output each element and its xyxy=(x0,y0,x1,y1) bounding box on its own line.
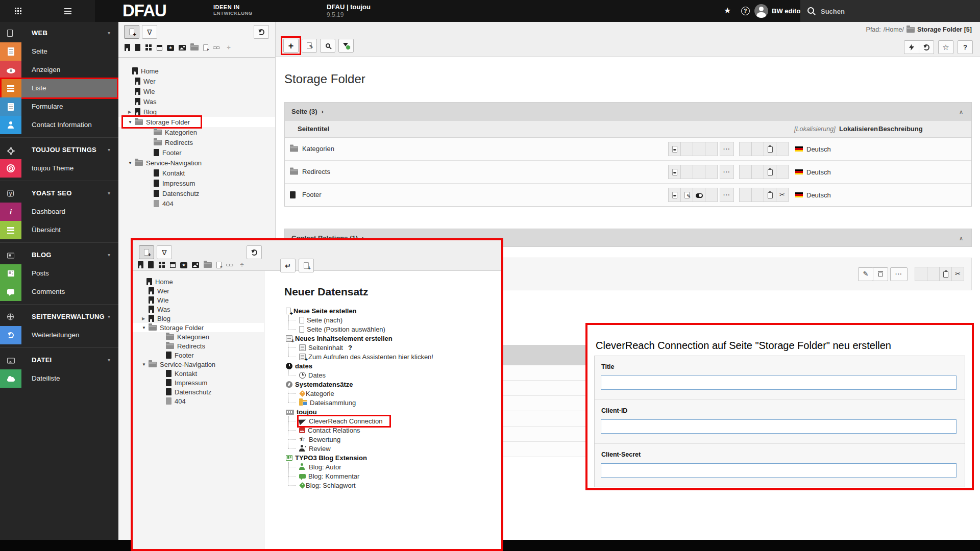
pagetype-media-icon[interactable] xyxy=(179,45,186,51)
seite-table-header[interactable]: Seite (3)› ∧ xyxy=(285,103,971,121)
clear-cache-button[interactable] xyxy=(338,39,354,53)
copy-button[interactable] xyxy=(764,188,776,202)
record-group-row[interactable]: dates xyxy=(286,361,438,370)
page-tree-item[interactable]: Blog xyxy=(133,314,264,323)
tree-expander-icon[interactable] xyxy=(128,120,135,124)
record-type-row[interactable]: Blog: Kommentar xyxy=(286,471,438,481)
page-tree-item[interactable]: Wer xyxy=(118,76,275,86)
pagetype-doc-icon[interactable] xyxy=(148,261,154,268)
record-type-label[interactable]: Seite (Position auswählen) xyxy=(307,325,385,333)
edit-button[interactable] xyxy=(680,188,693,202)
module-section-header[interactable]: YOAST SEO ▾ xyxy=(0,184,118,203)
record-type-row[interactable]: Review xyxy=(286,444,438,453)
hide-button[interactable] xyxy=(668,188,681,202)
page-tree-item[interactable]: Impressum xyxy=(133,378,264,387)
record-type-label[interactable]: Blog: Kommentar xyxy=(308,472,359,480)
record-type-row[interactable]: Kategorie xyxy=(286,389,438,398)
module-menu-item[interactable]: Posts xyxy=(0,264,118,283)
module-menu-item[interactable]: Anzeigen xyxy=(0,61,118,79)
pagetype-doc-icon[interactable] xyxy=(135,44,140,51)
pagetype-mountpoint-icon[interactable] xyxy=(157,45,162,51)
record-group-row[interactable]: Neues Inhaltselement erstellen xyxy=(286,334,438,343)
view-webpage-button[interactable] xyxy=(904,40,919,54)
record-type-label[interactable]: Dateisammlung xyxy=(310,399,356,407)
module-section-header[interactable]: DATEI ▾ xyxy=(0,351,118,369)
record-type-row[interactable]: Seite (Position auswählen) xyxy=(286,324,438,334)
tree-expander-icon[interactable] xyxy=(128,161,135,165)
page-tree-item[interactable]: Datenschutz xyxy=(133,387,264,396)
cut-button[interactable] xyxy=(951,267,964,281)
row-title-link[interactable]: Footer xyxy=(302,184,322,206)
page-tree-item[interactable]: Service-Navigation xyxy=(118,158,275,168)
collapse-icon[interactable]: ∧ xyxy=(959,103,963,121)
tree-item-label[interactable]: Blog xyxy=(157,315,170,322)
module-section-header[interactable]: SEITENVERWALTUNG ▾ xyxy=(0,308,118,326)
tree-expander-icon[interactable] xyxy=(142,325,149,330)
more-options-button[interactable] xyxy=(890,267,908,281)
page-tree-item[interactable]: Was xyxy=(118,96,275,107)
module-menu-item[interactable]: Weiterleitungen xyxy=(0,326,118,344)
record-type-label[interactable]: Seite (nach) xyxy=(307,316,342,324)
page-tree-item[interactable]: Kontakt xyxy=(118,168,275,178)
page-tree-item[interactable]: Home xyxy=(133,277,264,286)
record-group-row[interactable]: toujou xyxy=(286,407,438,416)
add-bookmark-button[interactable] xyxy=(938,40,953,54)
module-menu-item[interactable]: Übersicht xyxy=(0,221,118,239)
record-type-row[interactable]: Dateisammlung xyxy=(286,398,438,407)
record-group-label[interactable]: toujou xyxy=(297,408,317,416)
bookmark-button[interactable] xyxy=(720,3,735,18)
page-tree-item[interactable]: Kategorien xyxy=(118,127,275,137)
search-input[interactable] xyxy=(820,5,970,17)
tree-item-label[interactable]: Footer xyxy=(175,352,194,359)
tree-item-label[interactable]: Blog xyxy=(143,108,157,116)
tree-expander-icon[interactable] xyxy=(142,316,149,321)
pagetype-spacer-icon[interactable] xyxy=(167,45,174,51)
tree-item-label[interactable]: Was xyxy=(157,306,170,313)
toggle-button[interactable] xyxy=(693,165,705,179)
delete-record-button[interactable] xyxy=(873,267,888,281)
help-button[interactable] xyxy=(738,3,753,18)
record-type-label[interactable]: Zum Aufrufen des Assistenten hier klicke… xyxy=(308,353,433,361)
copy-button[interactable] xyxy=(764,142,776,156)
tree-item-label[interactable]: Footer xyxy=(162,149,182,157)
help-marker[interactable]: ? xyxy=(348,344,352,352)
tree-item-label[interactable]: Storage Folder xyxy=(146,118,190,126)
edit-button[interactable] xyxy=(680,165,693,179)
tree-item-label[interactable]: Datenschutz xyxy=(175,388,211,396)
record-group-row[interactable]: TYPO3 Blog Extension xyxy=(286,453,438,462)
cut-button[interactable] xyxy=(776,165,789,179)
refresh-tree-button[interactable] xyxy=(247,245,262,259)
refresh-tree-button[interactable] xyxy=(254,25,269,39)
cut-button[interactable] xyxy=(776,188,789,202)
copy-button[interactable] xyxy=(939,267,952,281)
record-group-row[interactable]: Systemdatensätze xyxy=(286,380,438,389)
page-tree-item[interactable]: Footer xyxy=(118,147,275,158)
module-menu-item[interactable]: Comments xyxy=(0,283,118,301)
pagetype-shortcut-icon[interactable] xyxy=(158,261,165,268)
record-type-row[interactable]: CleverReach Connection xyxy=(286,416,438,425)
collapse-icon[interactable]: ∧ xyxy=(959,229,963,247)
module-menu-item[interactable]: Dateiliste xyxy=(0,369,118,388)
edit-record-button[interactable] xyxy=(858,267,873,281)
module-section-header[interactable]: TOUJOU SETTINGS ▾ xyxy=(0,141,118,159)
tree-item-label[interactable]: Datenschutz xyxy=(162,190,199,197)
record-type-label[interactable]: Bewertung xyxy=(309,436,340,443)
tree-item-label[interactable]: 404 xyxy=(175,397,186,405)
field-input[interactable] xyxy=(601,463,957,478)
tree-item-label[interactable]: Storage Folder xyxy=(160,324,204,332)
module-menu-item[interactable]: Contact Information xyxy=(0,116,118,134)
pagetype-link-icon[interactable] xyxy=(213,46,220,51)
new-page-button[interactable] xyxy=(139,245,154,259)
new-page-wizard-button[interactable] xyxy=(299,259,314,272)
module-menu-item[interactable]: Seite xyxy=(0,42,118,61)
pagetype-external-icon[interactable] xyxy=(216,262,222,268)
cut-button[interactable] xyxy=(776,142,789,156)
toggle-button[interactable] xyxy=(693,142,705,156)
pagetype-spacer-icon[interactable] xyxy=(180,262,187,268)
more-options-button[interactable] xyxy=(720,188,734,202)
record-type-row[interactable]: Blog: Schlagwort xyxy=(286,481,438,490)
record-group-label[interactable]: Neues Inhaltselement erstellen xyxy=(295,335,393,342)
module-section-header[interactable]: WEB ▾ xyxy=(0,24,118,42)
page-tree-item[interactable]: Was xyxy=(133,305,264,314)
tree-item-label[interactable]: Kategorien xyxy=(165,129,197,136)
